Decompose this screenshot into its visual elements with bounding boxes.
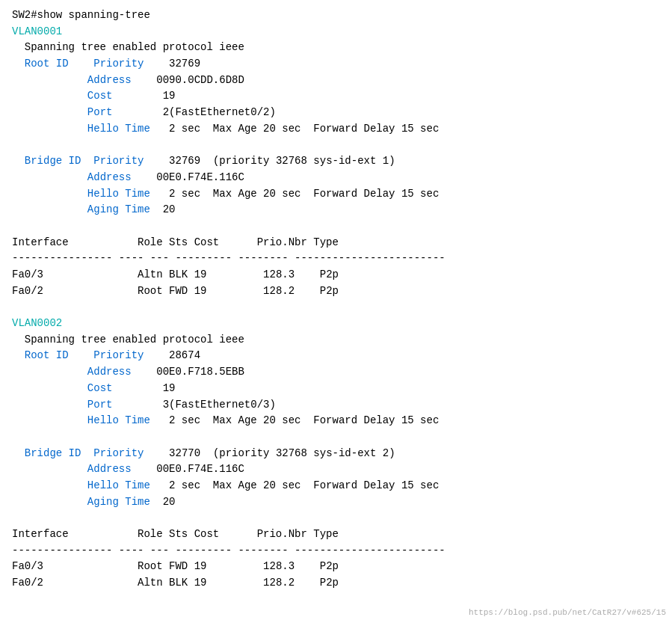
vlan1-root-address-label: Address bbox=[87, 74, 132, 86]
vlan2-iface0-prio: 128.3 bbox=[263, 560, 295, 572]
vlan1-bridge-aging-label: Aging Time bbox=[87, 203, 150, 215]
vlan2-bridge-section: Bridge ID Priority 32770 (priority 32768… bbox=[12, 447, 439, 508]
vlan1-root-priority-label: Priority bbox=[93, 58, 144, 70]
terminal-output: SW2#show spanning-tree VLAN0001 Spanning… bbox=[12, 7, 660, 592]
vlan2-root-port-label: Port bbox=[87, 399, 113, 411]
vlan1-root-address-value: 0090.0CDD.6D8D bbox=[156, 74, 244, 86]
vlan1-bridge-hello-label: Hello Time bbox=[87, 188, 150, 200]
vlan1-root-port-value: 2(FastEthernet0/2) bbox=[163, 106, 276, 118]
vlan1-table-header: Interface Role Sts Cost Prio.Nbr Type bbox=[12, 236, 339, 248]
vlan1-iface1-type: P2p bbox=[320, 285, 339, 297]
vlan2-iface0-name: Fa0/3 bbox=[12, 560, 112, 572]
vlan2-bridge-address-label: Address bbox=[87, 463, 132, 475]
vlan2-stp-line: Spanning tree enabled protocol ieee bbox=[12, 334, 244, 346]
vlan1-root-cost-value: 19 bbox=[163, 90, 176, 102]
vlan2-bridge-priority-note: (priority 32768 sys-id-ext 2) bbox=[213, 447, 395, 459]
vlan2-root-label: Root ID bbox=[25, 349, 69, 361]
command-line: SW2#show spanning-tree bbox=[12, 9, 150, 21]
vlan2-root-port-value: 3(FastEthernet0/3) bbox=[163, 399, 276, 411]
vlan1-iface1-cost: 19 bbox=[194, 285, 207, 297]
vlan2-bridge-aging-value: 20 bbox=[163, 496, 176, 508]
vlan2-bridge-hello-label: Hello Time bbox=[87, 479, 150, 491]
vlan2-root-priority-value: 28674 bbox=[169, 349, 200, 361]
vlan1-bridge-address-label: Address bbox=[87, 171, 132, 183]
vlan2-iface1-prio: 128.2 bbox=[263, 577, 295, 589]
vlan1-bridge-hello-value: 2 sec Max Age 20 sec Forward Delay 15 se… bbox=[169, 188, 439, 200]
vlan2-root-priority-label: Priority bbox=[93, 349, 144, 361]
vlan2-iface0-type: P2p bbox=[320, 560, 339, 572]
vlan1-bridge-priority-value: 32769 bbox=[169, 155, 200, 167]
vlan2-header: VLAN0002 bbox=[12, 317, 62, 329]
vlan1-iface0-prio: 128.3 bbox=[263, 268, 295, 280]
vlan2-iface1-type: P2p bbox=[320, 577, 339, 589]
vlan2-table-sep: ---------------- ---- --- --------- ----… bbox=[12, 544, 446, 556]
vlan2-root-address-value: 00E0.F718.5EBB bbox=[156, 366, 244, 378]
vlan2-bridge-priority-label: Priority bbox=[93, 447, 144, 459]
vlan1-iface-row-0: Fa0/3 Altn BLK 19 128.3 P2p bbox=[12, 268, 339, 280]
vlan2-bridge-address-value: 00E0.F74E.116C bbox=[156, 463, 244, 475]
vlan2-iface1-cost: 19 bbox=[194, 577, 207, 589]
vlan1-bridge-section: Bridge ID Priority 32769 (priority 32768… bbox=[12, 155, 439, 215]
vlan2-root-hello-value: 2 sec Max Age 20 sec Forward Delay 15 se… bbox=[169, 414, 439, 426]
vlan1-bridge-label: Bridge ID bbox=[25, 155, 81, 167]
vlan1-root-port-label: Port bbox=[87, 106, 113, 118]
vlan1-iface-row-1: Fa0/2 Root FWD 19 128.2 P2p bbox=[12, 285, 339, 297]
vlan1-iface0-name: Fa0/3 bbox=[12, 268, 112, 280]
vlan2-iface1-role: Altn bbox=[138, 577, 163, 589]
vlan2-iface0-role: Root bbox=[138, 560, 163, 572]
vlan1-root-cost-label: Cost bbox=[87, 90, 113, 102]
vlan1-iface0-cost: 19 bbox=[194, 268, 207, 280]
vlan1-iface0-sts: BLK bbox=[169, 268, 188, 280]
vlan1-iface0-role: Altn bbox=[138, 268, 163, 280]
vlan2-root-address-label: Address bbox=[87, 366, 132, 378]
vlan2-bridge-aging-label: Aging Time bbox=[87, 496, 150, 508]
vlan2-iface1-name: Fa0/2 bbox=[12, 577, 112, 589]
vlan2-iface-row-1: Fa0/2 Altn BLK 19 128.2 P2p bbox=[12, 577, 339, 589]
vlan2-bridge-label: Bridge ID bbox=[25, 447, 81, 459]
vlan1-iface1-name: Fa0/2 bbox=[12, 285, 112, 297]
vlan1-bridge-priority-label: Priority bbox=[93, 155, 144, 167]
vlan1-table-sep: ---------------- ---- --- --------- ----… bbox=[12, 252, 446, 264]
vlan1-iface0-type: P2p bbox=[320, 268, 339, 280]
vlan2-bridge-priority-value: 32770 bbox=[169, 447, 200, 459]
vlan1-iface1-prio: 128.2 bbox=[263, 285, 295, 297]
vlan1-root-section: Root ID Priority 32769 Address 0090.0CDD… bbox=[12, 58, 439, 135]
vlan1-iface1-sts: FWD bbox=[169, 285, 188, 297]
vlan2-root-cost-value: 19 bbox=[163, 382, 176, 394]
vlan1-root-hello-value: 2 sec Max Age 20 sec Forward Delay 15 se… bbox=[169, 123, 439, 135]
vlan1-bridge-address-value: 00E0.F74E.116C bbox=[156, 171, 244, 183]
watermark: https://blog.psd.pub/net/CatR27/v#625/15 bbox=[469, 608, 666, 617]
vlan1-root-label: Root ID bbox=[25, 58, 69, 70]
vlan2-iface0-sts: FWD bbox=[169, 560, 188, 572]
vlan2-bridge-hello-value: 2 sec Max Age 20 sec Forward Delay 15 se… bbox=[169, 479, 439, 491]
vlan1-bridge-aging-value: 20 bbox=[163, 203, 176, 215]
vlan2-root-hello-label: Hello Time bbox=[87, 414, 150, 426]
vlan1-iface1-role: Root bbox=[138, 285, 163, 297]
vlan2-iface0-cost: 19 bbox=[194, 560, 207, 572]
vlan2-root-cost-label: Cost bbox=[87, 382, 113, 394]
vlan2-table-header: Interface Role Sts Cost Prio.Nbr Type bbox=[12, 528, 339, 540]
vlan1-root-priority-value: 32769 bbox=[169, 58, 200, 70]
vlan1-header: VLAN0001 bbox=[12, 25, 62, 37]
vlan2-iface-row-0: Fa0/3 Root FWD 19 128.3 P2p bbox=[12, 560, 339, 572]
vlan1-bridge-priority-note: (priority 32768 sys-id-ext 1) bbox=[213, 155, 395, 167]
vlan1-stp-line: Spanning tree enabled protocol ieee bbox=[12, 41, 244, 53]
vlan2-iface1-sts: BLK bbox=[169, 577, 188, 589]
vlan2-root-section: Root ID Priority 28674 Address 00E0.F718… bbox=[12, 349, 439, 426]
vlan1-root-hello-label: Hello Time bbox=[87, 123, 150, 135]
